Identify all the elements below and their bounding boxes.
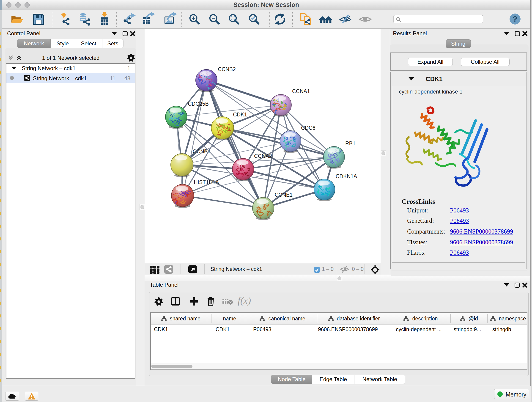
svg-text:CCNE1: CCNE1 [275,192,293,198]
svg-text:CDC6: CDC6 [301,125,316,131]
svg-text:CDC25B: CDC25B [188,101,209,107]
svg-text:CCNA2: CCNA2 [254,153,272,159]
svg-text:CCNA1: CCNA1 [292,88,310,94]
svg-text:CCNB2: CCNB2 [218,66,236,72]
svg-text:?: ? [513,14,518,23]
svg-text:CCNB1: CCNB1 [193,148,210,154]
svg-text:CDK1: CDK1 [233,112,247,118]
svg-text:RB1: RB1 [345,140,355,147]
svg-text:HIST1H1A: HIST1H1A [194,179,219,185]
svg-text:CDKN1A: CDKN1A [336,173,357,179]
